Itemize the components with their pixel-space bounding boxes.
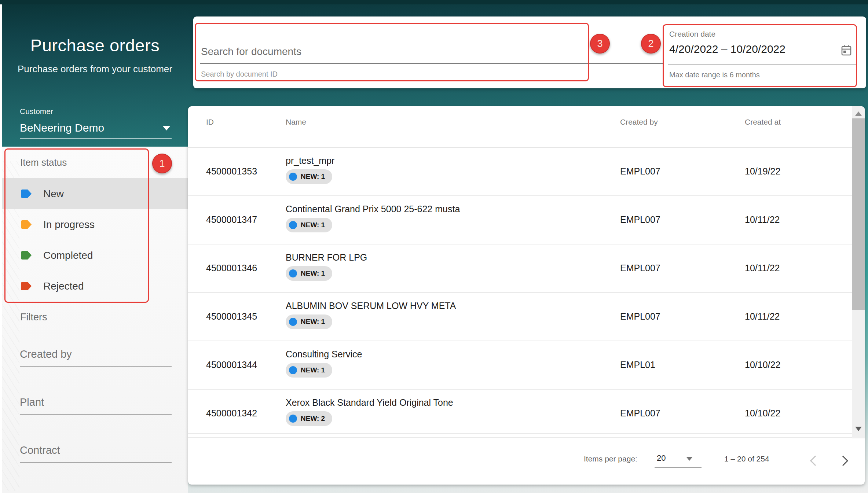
row-name: Xerox Black Standard Yield Original Tone (286, 397, 453, 408)
row-id: 4500001344 (206, 360, 257, 370)
search-underline (200, 63, 663, 64)
filters-header: Filters (20, 312, 47, 323)
customer-select[interactable]: BeNeering Demo (20, 121, 172, 137)
row-id: 4500001342 (206, 408, 257, 419)
row-created-at: 10/10/22 (745, 360, 780, 370)
search-helper-text: Search by document ID (201, 70, 278, 78)
customer-value: BeNeering Demo (20, 122, 104, 134)
column-header-id: ID (206, 118, 214, 126)
filter-contract[interactable]: Contract (20, 444, 172, 468)
badge-label: NEW: 1 (301, 173, 325, 181)
badge-label: NEW: 1 (301, 269, 325, 277)
creation-date-label: Creation date (669, 30, 715, 38)
status-item-new[interactable]: New (2, 178, 188, 209)
status-item-rejected[interactable]: Rejected (2, 271, 188, 301)
row-name-block: BURNER FOR LPG NEW: 1 (286, 252, 367, 281)
sidebar-header: Purchase orders Purchase orders from you… (2, 0, 188, 75)
date-helper-text: Max date range is 6 months (669, 71, 760, 79)
badge-dot-icon (289, 173, 297, 181)
badge-label: NEW: 1 (301, 366, 325, 374)
filter-underline (20, 414, 172, 415)
filter-placeholder: Created by (20, 348, 72, 360)
creation-date-value: 4/20/2022 – 10/20/2022 (669, 43, 785, 55)
table-row[interactable]: 4500001342 Xerox Black Standard Yield Or… (188, 390, 852, 438)
filter-plant[interactable]: Plant (20, 396, 172, 420)
row-name-block: ALBUMIN BOV SERUM LOW HVY META NEW: 1 (286, 300, 456, 329)
row-name-block: Consulting Service NEW: 1 (286, 349, 362, 378)
filter-placeholder: Contract (20, 444, 60, 456)
items-per-page-caret-icon[interactable] (686, 457, 693, 461)
filter-placeholder: Plant (20, 396, 44, 408)
row-created-at: 10/10/22 (745, 408, 780, 419)
badge-dot-icon (289, 221, 297, 229)
annotation-marker-1: 1 (152, 154, 172, 173)
paginator-separator (188, 433, 852, 434)
badge-dot-icon (289, 366, 297, 374)
row-name-block: Continental Grand Prix 5000 25-622 musta… (286, 203, 460, 232)
table-row[interactable]: 4500001353 pr_test_mpr NEW: 1 EMPL007 10… (188, 148, 852, 196)
row-name: Consulting Service (286, 349, 362, 359)
status-badge: NEW: 1 (286, 266, 332, 281)
status-badge: NEW: 1 (286, 363, 332, 378)
row-id: 4500001345 (206, 311, 257, 322)
column-header-created-at: Created at (745, 118, 781, 126)
search-placeholder: Search for documents (201, 46, 301, 58)
documents-table-card: ID Name Created by Created at 4500001353… (188, 106, 865, 485)
page-title: Purchase orders (2, 35, 188, 55)
date-underline (668, 65, 856, 65)
row-created-by: EMPL007 (620, 263, 660, 273)
item-status-header: Item status (20, 157, 67, 168)
badge-label: NEW: 2 (301, 415, 325, 423)
column-header-created-by: Created by (620, 118, 658, 126)
annotation-marker-2: 2 (641, 34, 661, 54)
items-per-page-underline (655, 467, 702, 468)
row-created-by: EMPL01 (620, 360, 655, 370)
row-name-block: Xerox Black Standard Yield Original Tone… (286, 397, 453, 426)
status-item-completed[interactable]: Completed (2, 240, 188, 271)
annotation-marker-3: 3 (590, 34, 610, 54)
filter-created-by[interactable]: Created by (20, 348, 172, 372)
row-created-by: EMPL007 (620, 408, 660, 419)
row-name-block: pr_test_mpr NEW: 1 (286, 155, 334, 184)
row-created-at: 10/19/22 (745, 166, 780, 177)
status-item-in-progress[interactable]: In progress (2, 209, 188, 240)
items-per-page-label: Items per page: (584, 455, 637, 463)
customer-label: Customer (20, 107, 53, 116)
tag-icon-completed (21, 251, 32, 260)
table-row[interactable]: 4500001346 BURNER FOR LPG NEW: 1 EMPL007… (188, 244, 852, 293)
row-created-by: EMPL007 (620, 166, 660, 177)
scroll-up-icon[interactable] (855, 111, 862, 116)
calendar-icon[interactable] (840, 44, 852, 58)
tag-icon-in-progress (21, 220, 32, 229)
table-row[interactable]: 4500001345 ALBUMIN BOV SERUM LOW HVY MET… (188, 293, 852, 341)
tag-icon-new (21, 190, 32, 198)
badge-dot-icon (289, 318, 297, 326)
status-item-label: Completed (43, 250, 93, 261)
header-card: Search for documents Search by document … (193, 16, 866, 88)
badge-label: NEW: 1 (301, 318, 325, 326)
chevron-down-icon (163, 126, 170, 130)
scrollbar-thumb[interactable] (852, 118, 865, 310)
status-item-label: Rejected (43, 280, 84, 292)
row-created-by: EMPL007 (620, 311, 660, 322)
row-created-by: EMPL007 (620, 214, 660, 225)
row-name: BURNER FOR LPG (286, 252, 367, 262)
badge-dot-icon (289, 415, 297, 423)
row-id: 4500001353 (206, 166, 257, 177)
column-header-name: Name (286, 118, 306, 126)
scroll-down-icon[interactable] (855, 427, 862, 431)
table-scrollbar[interactable] (852, 106, 865, 438)
status-badge: NEW: 1 (286, 169, 332, 184)
row-id: 4500001346 (206, 263, 257, 273)
table-row[interactable]: 4500001347 Continental Grand Prix 5000 2… (188, 196, 852, 244)
row-name: pr_test_mpr (286, 155, 334, 166)
next-page-button[interactable] (838, 456, 848, 466)
status-badge: NEW: 1 (286, 314, 332, 329)
row-id: 4500001347 (206, 214, 257, 225)
badge-dot-icon (289, 269, 297, 277)
page-subtitle: Purchase orders from your customer (2, 63, 188, 75)
table-row[interactable]: 4500001344 Consulting Service NEW: 1 EMP… (188, 341, 852, 390)
items-per-page-value[interactable]: 20 (657, 453, 666, 463)
status-item-label: In progress (43, 219, 95, 231)
previous-page-button[interactable] (810, 456, 820, 466)
